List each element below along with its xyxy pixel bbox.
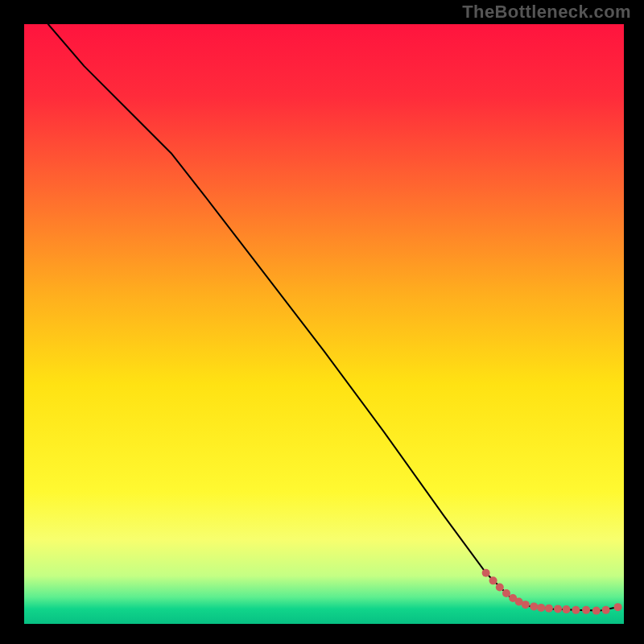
watermark-text: TheBottleneck.com (462, 2, 631, 23)
scatter-point (614, 603, 622, 611)
scatter-point (562, 605, 570, 613)
scatter-point (554, 605, 562, 613)
scatter-point (582, 606, 590, 614)
scatter-point (496, 584, 504, 592)
plot-area (24, 24, 624, 624)
scatter-point (522, 601, 530, 609)
scatter-point (530, 602, 538, 610)
scatter-point (572, 606, 580, 614)
chart-svg (24, 24, 624, 624)
scatter-point (537, 604, 545, 612)
scatter-point (592, 607, 601, 615)
scatter-point (545, 605, 553, 613)
scatter-point (489, 576, 497, 584)
scatter-point (502, 589, 510, 597)
gradient-background (24, 24, 624, 624)
scatter-point (482, 569, 490, 577)
scatter-point (602, 606, 610, 614)
chart-frame: TheBottleneck.com (0, 0, 644, 644)
